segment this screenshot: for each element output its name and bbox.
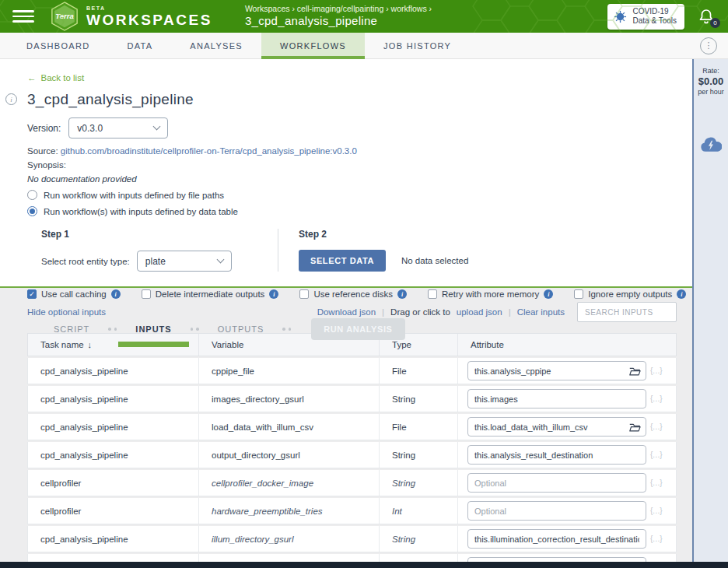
terra-workspaces-app: Terra BETA WORKSPACES Workspaces › cell-… — [0, 0, 728, 568]
info-icon[interactable]: i — [677, 289, 686, 299]
version-select[interactable]: v0.3.0 — [68, 117, 168, 138]
app-header: Terra BETA WORKSPACES Workspaces › cell-… — [0, 0, 728, 33]
tab-data[interactable]: DATA — [108, 33, 171, 58]
inputs-table: Task name ↓ Variable Type Attribute cpd_… — [27, 333, 677, 568]
radio-selected-icon — [27, 206, 37, 216]
cell-variable: cellprofiler_docker_image — [199, 470, 380, 496]
option-use-reference-disks[interactable]: Use reference disks i — [299, 289, 407, 299]
option-delete-intermediate-outputs[interactable]: Delete intermediate outputs i — [142, 289, 279, 299]
info-icon[interactable]: i — [544, 289, 553, 299]
tab-inputs[interactable]: INPUTS — [132, 324, 174, 334]
select-data-button[interactable]: SELECT DATA — [299, 250, 386, 272]
chevron-down-icon — [216, 256, 224, 264]
table-row: cpd_analysis_pipeline illum_directory_gs… — [27, 526, 677, 552]
cell-type: String — [380, 470, 458, 496]
tab-analyses[interactable]: ANALYSES — [171, 33, 261, 58]
tab-job-history[interactable]: JOB HISTORY — [365, 33, 470, 58]
option-ignore-empty-outputs[interactable]: Ignore empty outputs i — [574, 289, 686, 299]
folder-icon[interactable] — [628, 365, 641, 377]
option-use-call-caching[interactable]: ✓ Use call caching i — [27, 289, 121, 299]
beta-badge: BETA — [86, 5, 212, 11]
step-1-title: Step 1 — [41, 229, 265, 240]
upload-json-prefix: Drag or click to — [390, 307, 450, 317]
tab-script[interactable]: SCRIPT — [51, 324, 93, 334]
source-link[interactable]: github.com/broadinstitute/cellprofiler-o… — [61, 146, 357, 156]
no-documentation-text: No documentation provided — [27, 174, 692, 184]
table-row: cpd_analysis_pipeline output_directory_g… — [27, 442, 677, 468]
chevron-down-icon — [153, 123, 161, 131]
tab-separator-dots — [108, 328, 117, 331]
tab-outputs[interactable]: OUTPUTS — [215, 324, 268, 334]
page-title: 3_cpd_analysis_pipeline — [27, 91, 692, 108]
info-icon[interactable]: i — [111, 289, 121, 299]
attribute-input[interactable] — [468, 502, 646, 520]
entity-type-label: Select root entity type: — [41, 257, 130, 266]
tab-separator-dots — [282, 328, 291, 331]
hamburger-menu-icon[interactable] — [12, 10, 34, 23]
json-edit-icon[interactable]: {…} — [650, 394, 662, 403]
cell-task-name: cellprofiler — [28, 470, 199, 496]
radio-data-table[interactable]: Run workflow(s) with inputs defined by d… — [27, 206, 692, 216]
json-edit-icon[interactable]: {…} — [650, 507, 662, 515]
sort-desc-icon: ↓ — [88, 340, 93, 349]
clear-inputs-link[interactable]: Clear inputs — [517, 307, 565, 317]
attribute-input[interactable] — [468, 474, 646, 492]
attribute-input[interactable] — [468, 362, 646, 380]
json-edit-icon[interactable]: {…} — [650, 366, 662, 375]
workflow-info-icon[interactable]: i — [5, 93, 17, 105]
step-2-title: Step 2 — [299, 229, 468, 240]
table-row: cpd_analysis_pipeline cppipe_file File {… — [27, 358, 677, 384]
upload-json-link[interactable]: upload json — [457, 307, 502, 317]
info-icon[interactable]: i — [269, 289, 278, 299]
json-edit-icon[interactable]: {…} — [650, 535, 662, 543]
cloud-compute-icon[interactable] — [700, 136, 722, 153]
tab-workflows[interactable]: WORKFLOWS — [261, 33, 365, 58]
data-selection-status: No data selected — [401, 256, 468, 265]
radio-file-paths[interactable]: Run workflow with inputs defined by file… — [27, 190, 692, 200]
json-edit-icon[interactable]: {…} — [650, 479, 662, 487]
footer-bar — [0, 562, 728, 568]
option-retry-with-more-memory[interactable]: Retry with more memory i — [428, 289, 553, 299]
back-to-list-link[interactable]: ← Back to list — [27, 73, 84, 82]
cell-type: String — [380, 442, 458, 468]
cell-variable: illum_directory_gsurl — [199, 526, 380, 552]
info-icon[interactable]: i — [397, 289, 407, 299]
cell-variable: output_directory_gsurl — [199, 442, 380, 468]
right-rail: Rate: $0.00 per hour — [692, 59, 728, 568]
breadcrumb-path[interactable]: Workspaces › cell-imaging/cellpainting ›… — [245, 4, 432, 14]
attribute-input[interactable] — [468, 446, 646, 464]
json-edit-icon[interactable]: {…} — [650, 422, 662, 431]
cell-variable: cppipe_file — [199, 358, 380, 384]
back-arrow-icon: ← — [27, 73, 37, 82]
folder-icon[interactable] — [628, 421, 641, 433]
rate-card: Rate: $0.00 per hour — [694, 59, 728, 96]
root-entity-type-select[interactable]: plate — [137, 251, 232, 272]
notifications-button[interactable]: 0 — [697, 7, 716, 26]
attribute-input[interactable] — [468, 390, 646, 408]
tab-dashboard[interactable]: DASHBOARD — [8, 33, 108, 58]
terra-logo[interactable]: Terra — [50, 2, 79, 31]
attribute-input[interactable] — [468, 418, 646, 436]
covid-data-tools-button[interactable]: COVID-19Data & Tools — [607, 4, 684, 30]
checkbox-icon — [299, 289, 309, 299]
separator: | — [509, 307, 511, 317]
kebab-menu-icon[interactable]: ⋮ — [700, 37, 717, 54]
checkbox-icon — [142, 289, 151, 299]
hide-optional-inputs-link[interactable]: Hide optional inputs — [27, 307, 106, 317]
attribute-input[interactable] — [468, 530, 646, 548]
json-edit-icon[interactable]: {…} — [650, 451, 662, 459]
workspace-tabbar: DASHBOARD DATA ANALYSES WORKFLOWS JOB HI… — [0, 33, 728, 59]
cell-type: File — [380, 414, 458, 440]
run-analysis-button[interactable]: RUN ANALYSIS — [311, 318, 404, 340]
breadcrumb-current: 3_cpd_analysis_pipeline — [245, 14, 432, 29]
rate-unit: per hour — [694, 88, 728, 96]
breadcrumb: Workspaces › cell-imaging/cellpainting ›… — [245, 4, 432, 29]
svg-text:Terra: Terra — [55, 12, 73, 20]
tab-separator-dots — [191, 328, 199, 331]
download-json-link[interactable]: Download json — [317, 307, 376, 317]
notification-count-badge: 0 — [710, 18, 720, 28]
workflow-config-panel: ← Back to list i 3_cpd_analysis_pipeline… — [0, 59, 692, 288]
cell-task-name: cpd_analysis_pipeline — [28, 442, 199, 468]
cell-type: String — [380, 386, 458, 412]
brand-block: BETA WORKSPACES — [86, 5, 212, 27]
